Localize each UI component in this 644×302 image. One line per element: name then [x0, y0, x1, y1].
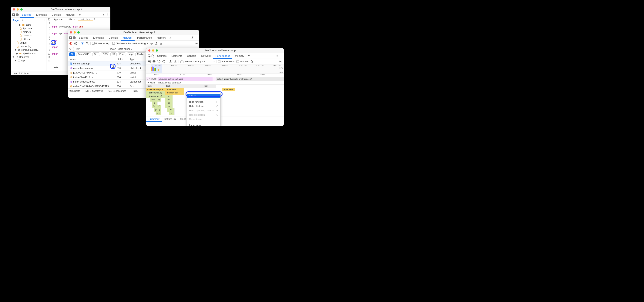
- close-dot[interactable]: [70, 31, 72, 33]
- editor-tab-appvue[interactable]: App.vue: [51, 18, 65, 21]
- bottomup-tab[interactable]: Bottom-up: [162, 116, 178, 122]
- main-track-header[interactable]: ▼ Main — https://coffee-cart.app/: [146, 81, 284, 85]
- tab-sources[interactable]: Sources: [77, 35, 90, 40]
- more-tabs-icon[interactable]: [247, 54, 250, 58]
- tab-performance[interactable]: Performance: [135, 35, 154, 40]
- record-icon[interactable]: [69, 42, 72, 45]
- inspect-icon[interactable]: [148, 54, 151, 58]
- close-tab-icon[interactable]: ×: [89, 18, 90, 20]
- tree-node-top[interactable]: ▼top: [11, 59, 46, 62]
- chip-media[interactable]: Media: [135, 52, 145, 56]
- invert-checkbox[interactable]: Invert: [107, 47, 116, 50]
- tab-sources[interactable]: Sources: [20, 12, 34, 18]
- gc-icon[interactable]: [250, 60, 254, 63]
- ctx-hide-children[interactable]: Hide childrenC: [187, 104, 220, 108]
- reload-icon[interactable]: [157, 60, 160, 63]
- tab-console[interactable]: Console: [185, 53, 199, 59]
- tree-node-deployed[interactable]: ▼Deployed: [11, 55, 46, 59]
- inspect-icon[interactable]: [69, 36, 72, 40]
- inspect-icon[interactable]: [12, 13, 16, 16]
- ctx-hide-function[interactable]: Hide functionH: [187, 100, 220, 104]
- tree-file-utilsts[interactable]: utils.ts: [11, 37, 46, 41]
- col-status[interactable]: Status: [115, 57, 128, 61]
- device-icon[interactable]: [73, 36, 76, 40]
- record-icon[interactable]: [148, 60, 151, 63]
- minimize-dot[interactable]: [16, 8, 19, 10]
- tree-folder-store[interactable]: ▶store: [11, 23, 46, 26]
- chip-img[interactable]: Img: [127, 52, 134, 56]
- tab-console[interactable]: Console: [106, 35, 120, 40]
- tree-file-adjpg[interactable]: ad.jpg: [11, 41, 46, 44]
- clear-icon[interactable]: [162, 60, 166, 63]
- throttling-select[interactable]: No throttling▼: [132, 42, 148, 45]
- more-tabs-icon[interactable]: [168, 36, 172, 40]
- minimize-dot[interactable]: [152, 49, 154, 52]
- device-icon[interactable]: [151, 54, 154, 58]
- filter-icon[interactable]: [80, 42, 84, 45]
- kebab-icon[interactable]: [279, 54, 282, 58]
- tab-memory[interactable]: Memory: [233, 53, 246, 59]
- show-navigator-icon[interactable]: [48, 18, 50, 21]
- settings-icon[interactable]: [276, 54, 279, 58]
- more-tabs-icon[interactable]: [78, 13, 81, 16]
- summary-tab[interactable]: Summary: [146, 117, 162, 122]
- upload-icon[interactable]: [169, 60, 172, 63]
- flame-timer-fired-2[interactable]: Timer fired: [222, 88, 235, 91]
- chip-font[interactable]: Font: [118, 52, 126, 56]
- tab-console[interactable]: Console: [50, 12, 64, 17]
- zoom-dot[interactable]: [156, 49, 158, 52]
- zoom-dot[interactable]: [78, 31, 80, 33]
- disable-cache-checkbox[interactable]: Disable cache: [112, 42, 131, 45]
- more-page-tabs-icon[interactable]: [21, 19, 24, 22]
- settings-icon[interactable]: [191, 36, 194, 40]
- tree-file-bannerjpg[interactable]: banner.jpg: [11, 44, 46, 48]
- chip-all[interactable]: All: [69, 52, 75, 56]
- page-tab[interactable]: Page: [11, 18, 20, 23]
- tab-performance[interactable]: Performance: [213, 53, 232, 59]
- network-conditions-icon[interactable]: [150, 42, 153, 45]
- memory-checkbox[interactable]: Memory: [236, 60, 248, 63]
- tab-network[interactable]: Network: [199, 53, 213, 59]
- search-icon[interactable]: [86, 42, 89, 45]
- download-har-icon[interactable]: [160, 42, 163, 45]
- tree-file-routerts[interactable]: router.ts: [11, 34, 46, 37]
- tree-file-appvue[interactable]: App.vue: [11, 26, 46, 30]
- download-icon[interactable]: [174, 60, 177, 63]
- chip-css[interactable]: CSS: [101, 52, 109, 56]
- kebab-icon[interactable]: [106, 13, 109, 16]
- preserve-log-checkbox[interactable]: Preserve log: [92, 42, 109, 45]
- tab-elements[interactable]: Elements: [34, 12, 49, 17]
- chip-doc[interactable]: Doc: [92, 52, 100, 56]
- more-editor-tabs-icon[interactable]: [94, 18, 96, 20]
- tab-memory[interactable]: Memory: [154, 35, 168, 40]
- tab-elements[interactable]: Elements: [91, 35, 106, 40]
- close-dot[interactable]: [148, 49, 150, 52]
- overview-timeline[interactable]: 197 ms 397 ms 597 ms 797 ms 997 ms 1,197…: [146, 64, 284, 73]
- chip-js[interactable]: JS: [110, 52, 117, 56]
- kebab-icon[interactable]: [194, 36, 198, 40]
- upload-har-icon[interactable]: [154, 42, 158, 45]
- zoom-dot[interactable]: [20, 8, 23, 10]
- col-name[interactable]: Name: [68, 57, 115, 61]
- panel-settings-icon[interactable]: [194, 42, 198, 45]
- recording-select[interactable]: coffee-cart.app #2▼: [185, 60, 215, 63]
- editor-tab-maints[interactable]: main.ts×: [78, 18, 93, 21]
- clear-icon[interactable]: [74, 42, 78, 45]
- filter-input[interactable]: [73, 47, 105, 51]
- tree-file-maints[interactable]: main.ts: [11, 30, 46, 34]
- close-dot[interactable]: [13, 8, 15, 10]
- network-track[interactable]: ▸ Network 522e.css (coffee-cart.app) col…: [146, 77, 284, 81]
- tab-sources[interactable]: Sources: [155, 53, 169, 59]
- screenshots-checkbox[interactable]: Screenshots: [218, 60, 235, 63]
- tree-node-cdn[interactable]: ▼cdnjs.cloudflar…: [11, 48, 46, 52]
- ctx-ask-ai[interactable]: Ask AI: [187, 94, 220, 98]
- editor-tab-utilsts[interactable]: utils.ts: [66, 18, 77, 21]
- home-icon[interactable]: [180, 60, 184, 63]
- settings-icon[interactable]: [102, 13, 106, 16]
- tab-elements[interactable]: Elements: [169, 53, 184, 59]
- small-filter-icon[interactable]: [69, 48, 72, 50]
- kebab-small-icon[interactable]: [43, 19, 46, 22]
- minimize-dot[interactable]: [74, 31, 76, 33]
- tree-node-ajax[interactable]: ▶ajax/libs/nor…: [11, 52, 46, 55]
- panel-settings-icon[interactable]: [279, 60, 282, 63]
